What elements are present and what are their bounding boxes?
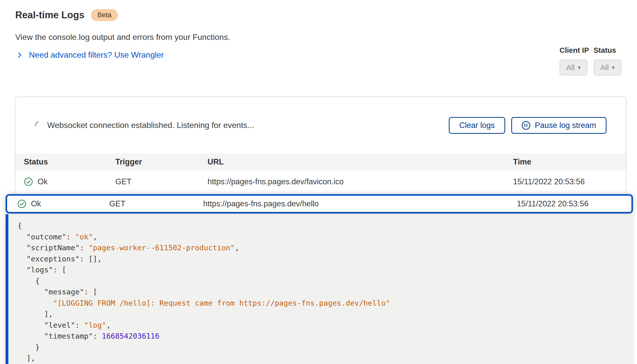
caret-down-icon: ▾ (612, 64, 615, 71)
status-filter-label: Status (594, 46, 622, 55)
column-header-trigger: Trigger (115, 157, 208, 167)
client-ip-dropdown-value: All (566, 63, 575, 72)
time-value: 15/11/2022 20:53:56 (513, 177, 626, 186)
column-header-url: URL (208, 157, 513, 167)
pause-log-stream-label: Pause log stream (535, 121, 596, 130)
wrangler-link[interactable]: Need advanced filters? Use Wrangler (16, 50, 164, 60)
log-detail-panel: { "outcome": "ok", "scriptName": "pages-… (6, 214, 631, 364)
expanded-log-entry: Ok GET https://pages-fns.pages.dev/hello… (6, 194, 633, 364)
status-dropdown-value: All (600, 63, 609, 72)
status-cell: Ok (24, 177, 115, 186)
success-check-icon (17, 199, 26, 208)
url-value: https://pages-fns.pages.dev/favicon.ico (208, 177, 513, 186)
wrangler-link-label: Need advanced filters? Use Wrangler (29, 50, 164, 60)
spinner-icon (34, 120, 45, 131)
clear-logs-label: Clear logs (459, 121, 495, 130)
time-value: 15/11/2022 20:53:56 (517, 199, 631, 208)
client-ip-dropdown[interactable]: All ▾ (560, 60, 587, 75)
client-ip-filter: Client IP All ▾ (560, 46, 589, 75)
page-header: Real-time Logs Beta (15, 9, 118, 21)
pause-icon (522, 121, 530, 130)
toolbar-actions: Clear logs Pause log stream (449, 117, 607, 134)
logs-toolbar: Websocket connection established. Listen… (15, 97, 626, 154)
chevron-right-icon (16, 51, 23, 59)
status-value: Ok (38, 177, 48, 186)
table-header-row: Status Trigger URL Time (15, 154, 626, 170)
clear-logs-button[interactable]: Clear logs (449, 117, 505, 134)
status-cell: Ok (17, 199, 109, 208)
websocket-status-text: Websocket connection established. Listen… (47, 121, 254, 130)
log-row-selected[interactable]: Ok GET https://pages-fns.pages.dev/hello… (6, 194, 633, 213)
status-filter: Status All ▾ (594, 46, 622, 75)
caret-down-icon: ▾ (578, 64, 581, 71)
trigger-value: GET (109, 199, 203, 208)
pause-log-stream-button[interactable]: Pause log stream (511, 117, 607, 134)
log-row[interactable]: Ok GET https://pages-fns.pages.dev/favic… (15, 170, 626, 193)
log-detail-json: { "outcome": "ok", "scriptName": "pages-… (18, 220, 631, 364)
beta-badge: Beta (91, 9, 118, 21)
websocket-status: Websocket connection established. Listen… (35, 121, 254, 130)
client-ip-label: Client IP (560, 46, 589, 55)
filters: Client IP All ▾ Status All ▾ (560, 46, 622, 75)
trigger-value: GET (115, 177, 208, 186)
column-header-status: Status (24, 157, 115, 167)
status-value: Ok (31, 199, 41, 208)
page-title: Real-time Logs (15, 10, 84, 21)
success-check-icon (24, 177, 33, 186)
page-subtitle: View the console.log output and errors f… (15, 32, 230, 42)
column-header-time: Time (513, 157, 626, 167)
url-value: https://pages-fns.pages.dev/hello (203, 199, 517, 208)
status-dropdown[interactable]: All ▾ (594, 60, 622, 75)
